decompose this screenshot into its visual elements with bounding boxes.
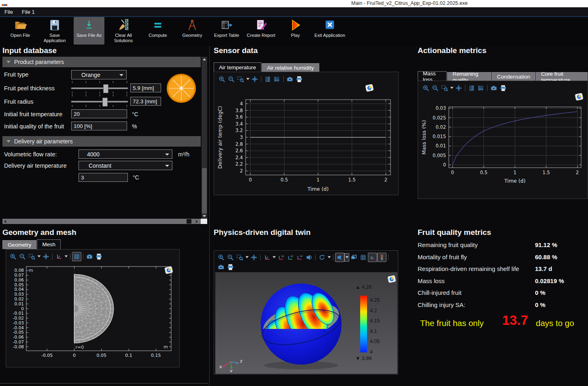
delivery-temp-value-input[interactable]	[79, 173, 128, 182]
dropdown-arrow-icon[interactable]	[344, 253, 349, 262]
fruit-type-select[interactable]: Orange	[71, 70, 127, 79]
sensor-tab-air-temperature[interactable]: Air temperature	[214, 62, 261, 72]
view-xy-button[interactable]: xy	[276, 253, 286, 262]
axis-y-button[interactable]	[263, 75, 272, 84]
scroll-down-icon[interactable]	[203, 215, 206, 217]
toolbar-button-play[interactable]: Play	[280, 17, 311, 45]
toolbar-button-create-report[interactable]: Create Report	[246, 17, 276, 45]
axis-x-button[interactable]	[476, 83, 486, 93]
zoom-out-button[interactable]	[431, 83, 440, 93]
sensor-tab-air-relative-humidity[interactable]: Air relative humidity	[262, 63, 319, 72]
dropdown-arrow-icon[interactable]	[64, 252, 68, 261]
axis-x-button[interactable]	[272, 75, 282, 84]
camera-button[interactable]	[85, 252, 94, 261]
dropdown-arrow-icon[interactable]	[36, 252, 41, 261]
zoom-in-button[interactable]	[217, 75, 227, 84]
toolbar-button-exit-application[interactable]: Exit Application	[314, 17, 345, 45]
zoom-box-button[interactable]	[440, 83, 449, 93]
print-button[interactable]	[295, 75, 304, 84]
geometry-tab-mesh[interactable]: Mesh	[37, 239, 61, 249]
toolbar-button-compute[interactable]: Compute	[142, 17, 173, 45]
slider-thumb[interactable]	[102, 98, 108, 107]
slider-track[interactable]	[71, 87, 128, 89]
extents-button[interactable]	[41, 252, 51, 261]
geometry-tab-geometry[interactable]: Geometry	[2, 240, 36, 249]
vertical-scrollbar[interactable]	[202, 57, 207, 219]
scroll-left-icon[interactable]	[4, 220, 6, 223]
chevron-down-icon	[165, 154, 169, 156]
metrics-tab-remaining-quality[interactable]: Remaining quality	[447, 72, 491, 81]
metric-label: Respiration-driven remaining shelf life	[418, 265, 519, 272]
camera-button[interactable]	[217, 262, 226, 272]
view-xz-button[interactable]: xz	[295, 253, 304, 262]
sensor-tabs: Air temperatureAir relative humidity	[214, 63, 320, 72]
toolbar-button-open-file[interactable]: Open File	[5, 17, 36, 45]
triad-toggle-button[interactable]	[368, 253, 377, 262]
slider-thumb[interactable]	[103, 84, 108, 93]
print-button[interactable]	[94, 252, 104, 261]
sensor-plot-panel: 00.511.5222.22.42.62.833.23.43.63.84Time…	[214, 72, 399, 195]
dropdown-arrow-icon[interactable]	[244, 253, 249, 262]
scroll-up-icon[interactable]	[203, 58, 206, 60]
zoom-in-button[interactable]	[217, 253, 226, 262]
fruit-radius-value[interactable]	[130, 97, 161, 106]
view-yz-button[interactable]: yz	[286, 253, 295, 262]
metrics-tab-condensation[interactable]: Condensation	[492, 72, 535, 81]
initial-temp-input[interactable]	[71, 109, 127, 118]
perspective-button[interactable]	[304, 253, 314, 262]
grid-button[interactable]	[72, 252, 81, 261]
zoom-in-button[interactable]	[8, 252, 18, 261]
toolbar-button-export-table[interactable]: Export Table	[211, 17, 242, 45]
menu-file[interactable]: File	[0, 9, 17, 15]
zoom-in-button[interactable]	[421, 83, 431, 93]
menu-file-1[interactable]: File 1	[17, 9, 39, 15]
initial-quality-input[interactable]	[71, 122, 127, 130]
extents-button[interactable]	[250, 75, 259, 84]
peel-thickness-value[interactable]	[130, 83, 161, 92]
horizontal-scrollbar[interactable]	[2, 219, 201, 224]
twin-3d-scene[interactable]: ▲ 4.26 4.254.24.154.14.054 ▼ 3.99 x y z	[215, 272, 397, 374]
dropdown-arrow-icon[interactable]	[272, 253, 276, 262]
zoom-out-button[interactable]	[18, 252, 27, 261]
camera-button[interactable]	[489, 83, 499, 93]
zoom-box-button[interactable]	[235, 253, 244, 262]
dropdown-arrow-icon[interactable]	[327, 253, 331, 262]
folder-open-icon	[13, 18, 27, 32]
colorbar-toggle-button[interactable]	[377, 253, 386, 262]
camera-button[interactable]	[285, 75, 295, 84]
toolbar-button-save-application[interactable]: Save Application	[39, 17, 70, 45]
zoom-box-button[interactable]	[27, 252, 36, 261]
toolbar-button-geometry[interactable]: Geometry	[177, 17, 208, 45]
axes-triad-button[interactable]	[262, 253, 272, 262]
extents-button[interactable]	[454, 83, 463, 93]
zoom-out-button[interactable]	[226, 253, 235, 262]
metrics-tab-core-fruit-temperature[interactable]: Core fruit temperature	[536, 72, 588, 81]
scene-button[interactable]	[349, 253, 359, 262]
rotate-button[interactable]	[317, 253, 327, 262]
horizontal-scroll-thumb[interactable]	[187, 219, 191, 224]
section-delivery-air[interactable]: Delivery air parameters	[2, 136, 201, 147]
axes-triad-button[interactable]	[54, 252, 64, 261]
section-product-parameters[interactable]: Product parameters	[2, 57, 201, 67]
vertical-scroll-thumb[interactable]	[202, 168, 207, 213]
axis-y-button[interactable]	[467, 83, 476, 93]
extents-button[interactable]	[249, 253, 259, 262]
toolbar-button-clear-all-solutions[interactable]: Clear All Solutions	[108, 17, 139, 45]
fruit-radius-slider[interactable]	[71, 94, 128, 110]
scene-light-button[interactable]	[335, 253, 344, 262]
toolbar-separator	[261, 76, 261, 82]
dropdown-arrow-icon[interactable]	[449, 84, 454, 92]
grid-button[interactable]	[359, 253, 368, 262]
zoom-out-button[interactable]	[227, 75, 236, 84]
flow-rate-select[interactable]: 4000	[79, 149, 172, 159]
print-button[interactable]	[499, 83, 508, 93]
zoom-box-button[interactable]	[236, 75, 245, 84]
twin-plot-toolbar-row2	[217, 262, 235, 271]
scroll-right-icon[interactable]	[196, 220, 198, 223]
print-button[interactable]	[226, 262, 235, 272]
toolbar-button-save-file-as[interactable]: Save File As	[74, 17, 104, 45]
slider-track[interactable]	[71, 101, 128, 102]
dropdown-arrow-icon[interactable]	[245, 75, 250, 83]
metrics-tab-mass-loss[interactable]: Mass loss	[418, 71, 447, 81]
delivery-temp-mode-select[interactable]: Constant	[79, 161, 172, 170]
